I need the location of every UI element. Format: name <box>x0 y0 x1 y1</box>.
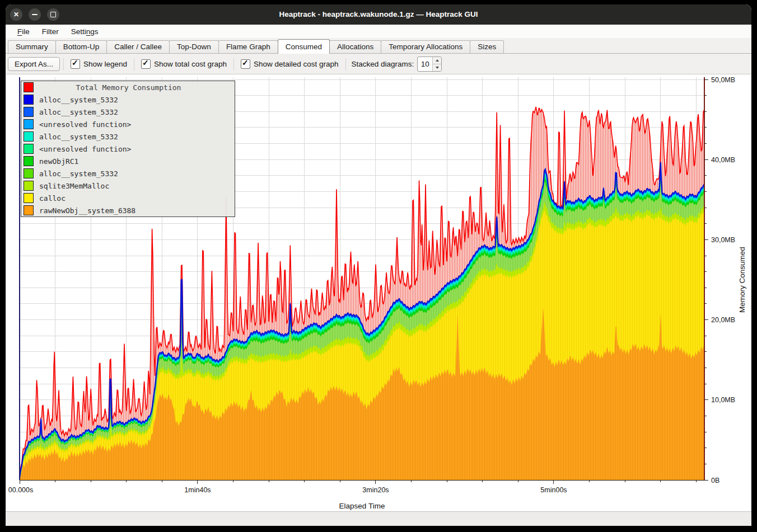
checkbox-label: Show detailed cost graph <box>254 60 339 68</box>
tab-bottom-up[interactable]: Bottom-Up <box>55 40 108 53</box>
legend-item: rawNewObj__system_6388 <box>21 204 235 216</box>
stacked-diagrams-value: 10 <box>418 57 432 71</box>
x-tick-label: 1min40s <box>184 486 211 494</box>
legend-swatch <box>24 205 34 215</box>
tab-bar: SummaryBottom-UpCaller / CalleeTop-DownF… <box>6 38 751 54</box>
y-tick-label: 30,0MB <box>711 236 735 244</box>
legend-label: alloc__system_5332 <box>39 133 118 141</box>
spinner-down-button[interactable] <box>433 64 441 71</box>
maximize-icon <box>50 12 56 17</box>
legend-label: alloc__system_5332 <box>39 108 118 116</box>
menu-bar: FileFilterSettings <box>6 25 751 38</box>
legend-item: calloc <box>21 192 235 204</box>
legend-item: sqlite3MemMalloc <box>21 180 235 192</box>
y-tick-label: 20,0MB <box>711 316 735 324</box>
legend-item: alloc__system_5332 <box>21 106 235 118</box>
toolbar-separator <box>345 58 346 70</box>
legend-swatch <box>24 181 34 191</box>
y-axis-title: Memory Consumed <box>738 247 746 313</box>
chart-legend: Total Memory Consumptionalloc__system_53… <box>21 81 235 217</box>
check-icon: ✓ <box>142 58 149 67</box>
menu-item-settings[interactable]: Settings <box>65 26 105 37</box>
screen: { "window": { "title": "Heaptrack - heap… <box>0 0 757 532</box>
legend-label: <unresolved function> <box>39 145 131 153</box>
legend-swatch <box>24 119 34 129</box>
x-axis-title: Elapsed Time <box>339 502 385 510</box>
x-tick-label: 00.000s <box>8 486 33 494</box>
close-button[interactable]: ✕ <box>10 8 22 21</box>
y-tick-label: 50,0MB <box>711 76 735 84</box>
menu-item-file[interactable]: File <box>11 26 36 37</box>
tab-top-down[interactable]: Top-Down <box>169 40 219 53</box>
checkbox-label: Show total cost graph <box>154 60 227 68</box>
legend-label: newObjRC1 <box>39 157 78 166</box>
legend-item: alloc__system_5332 <box>21 93 235 106</box>
legend-label: <unresolved function> <box>39 120 131 129</box>
checkbox-box: ✓ <box>141 59 151 69</box>
legend-item: <unresolved function> <box>21 143 235 155</box>
legend-swatch <box>24 107 34 117</box>
legend-swatch <box>24 131 34 142</box>
tab-allocations[interactable]: Allocations <box>329 40 381 53</box>
checkbox-group: ✓Show legend✓Show total cost graph✓Show … <box>67 58 342 70</box>
legend-swatch <box>24 193 34 203</box>
legend-swatch <box>24 168 34 178</box>
x-tick-label: 5min00s <box>540 486 567 494</box>
legend-title-row: Total Memory Consumption <box>21 81 235 93</box>
legend-swatch <box>24 156 34 166</box>
y-tick-label: 10,0MB <box>711 396 735 404</box>
checkbox-label: Show legend <box>83 60 127 68</box>
checkbox-box: ✓ <box>241 59 250 69</box>
checkbox-show-legend[interactable]: ✓Show legend <box>71 59 127 69</box>
legend-label: alloc__system_5332 <box>39 170 118 178</box>
menu-item-filter[interactable]: Filter <box>36 26 65 37</box>
legend-swatch <box>24 95 34 105</box>
stacked-diagrams-label: Stacked diagrams: <box>352 60 414 68</box>
legend-item: alloc__system_5332 <box>21 130 235 143</box>
x-tick-label: 3min20s <box>362 486 389 494</box>
spinner-buttons <box>432 57 441 71</box>
legend-item: newObjRC1 <box>21 155 235 167</box>
minimize-button[interactable] <box>29 8 41 21</box>
tab-flame-graph[interactable]: Flame Graph <box>218 40 278 53</box>
app-window: ✕ Heaptrack - heaptrack.wakunode.1.gz — … <box>6 4 751 526</box>
legend-item: alloc__system_5332 <box>21 167 235 180</box>
y-tick-label: 40,0MB <box>711 156 735 164</box>
window-footer <box>6 511 751 526</box>
y-tick-label: 0B <box>711 477 719 484</box>
legend-item: <unresolved function> <box>21 118 235 130</box>
close-icon: ✕ <box>13 11 19 18</box>
check-icon: ✓ <box>72 58 78 67</box>
legend-label: sqlite3MemMalloc <box>39 182 109 190</box>
legend-swatch-total <box>24 82 34 92</box>
window-title: Heaptrack - heaptrack.wakunode.1.gz — He… <box>6 4 751 25</box>
toolbar-separator <box>233 58 234 70</box>
checkbox-show-detailed-cost-graph[interactable]: ✓Show detailed cost graph <box>241 59 339 69</box>
export-as-button[interactable]: Export As... <box>8 57 60 71</box>
title-bar: ✕ Heaptrack - heaptrack.wakunode.1.gz — … <box>6 4 751 25</box>
check-icon: ✓ <box>242 58 249 67</box>
minimize-icon <box>32 14 38 15</box>
chevron-up-icon <box>436 59 439 62</box>
tab-summary[interactable]: Summary <box>8 40 56 53</box>
tab-sizes[interactable]: Sizes <box>470 40 504 53</box>
legend-label: alloc__system_5332 <box>39 96 118 104</box>
maximize-button[interactable] <box>47 8 59 21</box>
tab-temporary-allocations[interactable]: Temporary Allocations <box>381 40 470 53</box>
legend-swatch <box>24 144 34 154</box>
toolbar-separator <box>134 58 134 70</box>
toolbar: Export As... ✓Show legend✓Show total cos… <box>6 54 751 74</box>
spinner-up-button[interactable] <box>433 57 441 64</box>
legend-label: calloc <box>39 194 66 203</box>
stacked-diagrams-spinbox[interactable]: 10 <box>417 57 442 72</box>
tab-consumed[interactable]: Consumed <box>278 39 330 54</box>
checkbox-box: ✓ <box>71 59 80 69</box>
checkbox-show-total-cost-graph[interactable]: ✓Show total cost graph <box>141 59 227 69</box>
toolbar-separator <box>63 58 64 70</box>
legend-title: Total Memory Consumption <box>34 83 235 92</box>
legend-label: rawNewObj__system_6388 <box>39 206 135 215</box>
chevron-down-icon <box>436 67 439 69</box>
tab-caller-callee[interactable]: Caller / Callee <box>106 40 170 53</box>
